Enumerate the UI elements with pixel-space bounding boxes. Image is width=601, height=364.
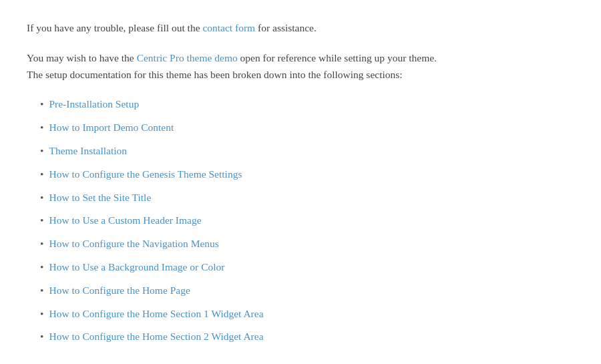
second-para-second-line: The setup documentation for this theme h… [27, 69, 403, 80]
bullet-char: • [40, 306, 43, 323]
bullet-char: • [40, 236, 43, 252]
list-link-5[interactable]: How to Use a Custom Header Image [49, 212, 201, 229]
bullet-char: • [40, 259, 43, 276]
demo-link[interactable]: Centric Pro theme demo [137, 52, 238, 63]
bullet-char: • [40, 212, 43, 229]
list-item: •How to Import Demo Content [40, 120, 574, 136]
second-paragraph: You may wish to have the Centric Pro the… [27, 50, 574, 83]
second-para-text-after-link: open for reference while setting up your… [238, 52, 437, 63]
list-link-8[interactable]: How to Configure the Home Page [49, 283, 190, 299]
bullet-char: • [40, 143, 43, 160]
list-link-9[interactable]: How to Configure the Home Section 1 Widg… [49, 306, 263, 323]
list-item: •How to Configure the Genesis Theme Sett… [40, 166, 574, 183]
list-link-0[interactable]: Pre-Installation Setup [49, 96, 139, 113]
bullet-char: • [40, 283, 43, 299]
bullet-char: • [40, 166, 43, 183]
navigation-list: •Pre-Installation Setup•How to Import De… [40, 96, 574, 345]
list-link-2[interactable]: Theme Installation [49, 143, 127, 160]
list-link-6[interactable]: How to Configure the Navigation Menus [49, 236, 218, 252]
intro-text-before-link: If you have any trouble, please fill out… [27, 22, 202, 33]
list-link-1[interactable]: How to Import Demo Content [49, 120, 174, 136]
list-link-10[interactable]: How to Configure the Home Section 2 Widg… [49, 329, 263, 345]
list-item: •How to Set the Site Title [40, 190, 574, 206]
list-item: •How to Configure the Navigation Menus [40, 236, 574, 252]
list-link-4[interactable]: How to Set the Site Title [49, 190, 151, 206]
bullet-char: • [40, 329, 43, 345]
intro-text-after-link: for assistance. [255, 22, 317, 33]
list-item: •How to Configure the Home Section 2 Wid… [40, 329, 574, 345]
list-item: •How to Configure the Home Page [40, 283, 574, 299]
bullet-char: • [40, 120, 43, 136]
list-link-7[interactable]: How to Use a Background Image or Color [49, 259, 224, 276]
list-item: •How to Configure the Home Section 1 Wid… [40, 306, 574, 323]
list-item: •How to Use a Custom Header Image [40, 212, 574, 229]
list-item: •Pre-Installation Setup [40, 96, 574, 113]
bullet-char: • [40, 190, 43, 206]
contact-form-link[interactable]: contact form [202, 22, 255, 33]
list-link-3[interactable]: How to Configure the Genesis Theme Setti… [49, 166, 242, 183]
list-item: •Theme Installation [40, 143, 574, 160]
list-item: •How to Use a Background Image or Color [40, 259, 574, 276]
second-para-text-before-link: You may wish to have the [27, 52, 137, 63]
intro-paragraph: If you have any trouble, please fill out… [27, 20, 574, 37]
bullet-char: • [40, 96, 43, 113]
